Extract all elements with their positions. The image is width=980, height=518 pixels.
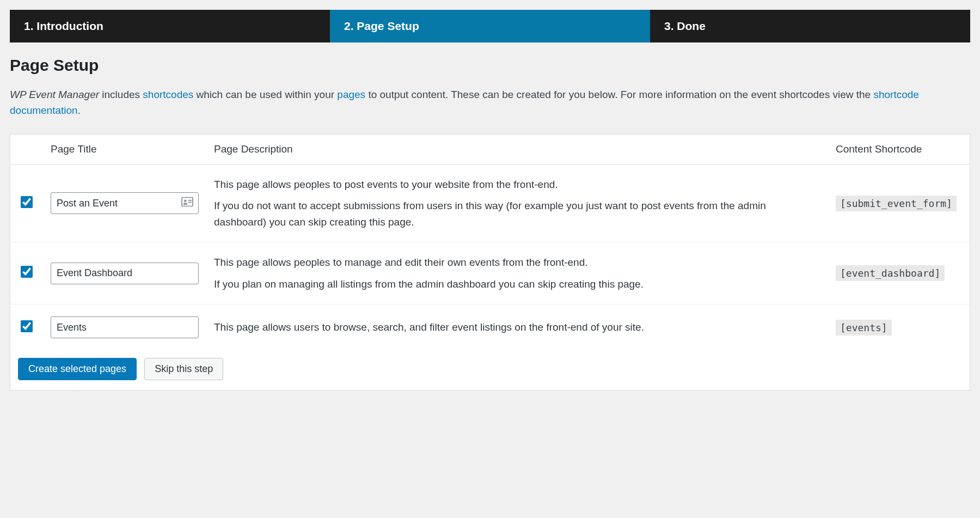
row-description-1: This page allows users to browse, search… bbox=[214, 319, 820, 335]
step-introduction[interactable]: 1. Introduction bbox=[10, 10, 330, 42]
row-description-1: This page allows peoples to post events … bbox=[214, 176, 820, 192]
header-content-shortcode: Content Shortcode bbox=[828, 135, 970, 164]
product-name: WP Event Manager bbox=[10, 89, 99, 100]
intro-paragraph: WP Event Manager includes shortcodes whi… bbox=[10, 87, 970, 119]
page-title: Page Setup bbox=[10, 56, 970, 75]
create-selected-pages-button[interactable]: Create selected pages bbox=[18, 358, 137, 380]
table-row: This page allows users to browse, search… bbox=[10, 304, 970, 351]
row-shortcode: [event_dashboard] bbox=[836, 265, 945, 281]
setup-stepper: 1. Introduction 2. Page Setup 3. Done bbox=[10, 10, 970, 42]
page-title-input[interactable] bbox=[51, 263, 199, 284]
step-page-setup[interactable]: 2. Page Setup bbox=[330, 10, 650, 42]
pages-panel: Page Title Page Description Content Shor… bbox=[10, 134, 970, 391]
table-row: This page allows peoples to post events … bbox=[10, 164, 970, 242]
table-row: This page allows peoples to manage and e… bbox=[10, 242, 970, 304]
header-check bbox=[10, 135, 43, 164]
row-description-1: This page allows peoples to manage and e… bbox=[214, 254, 820, 270]
page-title-input[interactable] bbox=[51, 316, 199, 338]
header-page-title: Page Title bbox=[43, 135, 206, 164]
id-card-icon bbox=[181, 197, 193, 210]
actions-row: Create selected pages Skip this step bbox=[10, 350, 970, 390]
page-title-input[interactable] bbox=[51, 192, 199, 214]
row-shortcode: [submit_event_form] bbox=[836, 196, 957, 211]
step-done[interactable]: 3. Done bbox=[650, 10, 970, 42]
pages-table: Page Title Page Description Content Shor… bbox=[10, 135, 970, 350]
pages-link[interactable]: pages bbox=[337, 89, 365, 100]
header-page-description: Page Description bbox=[206, 135, 828, 164]
svg-rect-3 bbox=[188, 202, 192, 203]
shortcodes-link[interactable]: shortcodes bbox=[143, 89, 193, 100]
row-checkbox[interactable] bbox=[21, 196, 33, 208]
row-description-2: If you do not want to accept submissions… bbox=[214, 198, 820, 230]
svg-point-1 bbox=[184, 199, 187, 202]
row-checkbox[interactable] bbox=[21, 320, 33, 332]
row-shortcode: [events] bbox=[836, 320, 892, 336]
svg-rect-2 bbox=[188, 200, 192, 201]
row-checkbox[interactable] bbox=[21, 266, 33, 278]
row-description-2: If you plan on managing all listings fro… bbox=[214, 276, 820, 292]
skip-this-step-button[interactable]: Skip this step bbox=[144, 358, 223, 380]
